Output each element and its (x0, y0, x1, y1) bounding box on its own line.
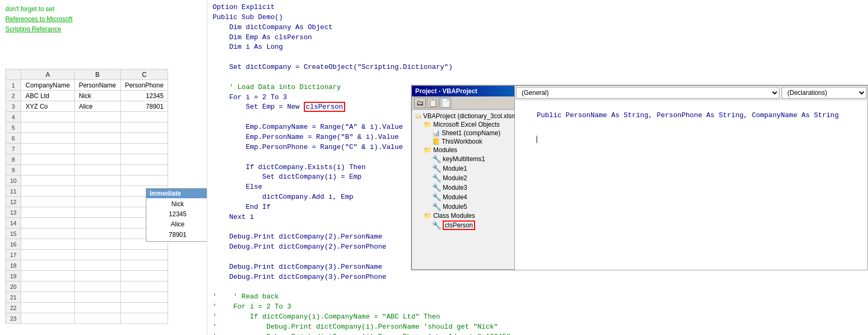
row-num: 15 (6, 228, 21, 239)
cell-a (21, 250, 74, 260)
code-line: Dim i As Long (213, 42, 509, 52)
cell-a: CompanyName (21, 80, 74, 91)
row-num: 7 (6, 144, 21, 154)
cell-c (120, 112, 168, 122)
cell-a (21, 207, 74, 218)
module-icon: 🔧 (432, 193, 441, 201)
cell-c (120, 271, 168, 281)
cell-b (74, 271, 120, 281)
row-num: 5 (6, 122, 21, 133)
cell-a (21, 122, 74, 133)
table-row: 6 (6, 133, 168, 144)
code-text: Set Emp = New (213, 103, 304, 111)
cell-b (74, 154, 120, 165)
cell-a (21, 281, 74, 292)
table-row: 1 CompanyName PersonName PersonPhone (6, 80, 168, 91)
code-line: Debug.Print dictCompany(3).PersonPhone (213, 272, 509, 283)
general-dropdown[interactable]: (General) (516, 87, 779, 99)
immediate-line: Alice (151, 219, 205, 230)
immediate-line: 12345 (151, 209, 205, 219)
spreadsheet: A B C 1 CompanyName PersonName PersonPho… (5, 69, 168, 324)
cell-b (74, 313, 120, 324)
code-line: Dim dictCompany As Object (213, 23, 509, 33)
module-icon: 🔧 (432, 202, 441, 211)
cell-a (21, 292, 74, 303)
note-area: don't forget to set References to Micros… (0, 0, 207, 39)
cell-a (21, 186, 74, 197)
cell-a (21, 144, 74, 154)
code-line: ' For i = 2 To 3 (213, 302, 509, 312)
cell-b: Alice (74, 101, 120, 112)
cls-person-code: clsPerson (304, 102, 345, 112)
note-line3: Scripting Referance (5, 24, 201, 34)
declarations-dropdown[interactable]: (Declarations) (782, 87, 866, 99)
cell-b (74, 281, 120, 292)
cell-c (120, 303, 168, 313)
module-icon: 🔧 (432, 164, 441, 173)
cell-b (74, 186, 120, 197)
code-line: ' ' Read back (213, 292, 509, 302)
cell-b: PersonName (74, 80, 120, 91)
row-num: 2 (6, 91, 21, 101)
immediate-window: Immediate Nick12345Alice78901 (146, 188, 209, 242)
cell-a (21, 197, 74, 207)
vba-root-label: VBAProject (dictionary_3col.xlsm) (423, 112, 519, 120)
row-num: 14 (6, 218, 21, 228)
row-num: 4 (6, 112, 21, 122)
tree-item-label: Class Modules (433, 212, 475, 219)
row-num: 11 (6, 186, 21, 197)
col-c-header: C (120, 69, 168, 80)
code-line (213, 73, 509, 83)
immediate-line: Nick (151, 199, 205, 209)
cell-b (74, 260, 120, 271)
row-num: 16 (6, 239, 21, 250)
note-line1: don't forget to set (5, 4, 201, 14)
row-num: 21 (6, 292, 21, 303)
workbook-icon: 📒 (432, 138, 440, 145)
table-row: 17 (6, 250, 168, 260)
table-row: 20 (6, 281, 168, 292)
immediate-header: Immediate (146, 189, 209, 198)
toolbar-btn-3[interactable]: 📄 (440, 98, 451, 108)
table-row: 14 (6, 218, 168, 228)
toolbar-btn-2[interactable]: 📋 (427, 98, 439, 108)
row-num: 13 (6, 207, 21, 218)
code-line: Dim Emp As clsPerson (213, 33, 509, 43)
cell-c (120, 250, 168, 260)
tree-item-label: ThisWorkbook (442, 138, 482, 145)
row-num: 6 (6, 133, 21, 144)
row-num: 22 (6, 303, 21, 313)
cell-c (120, 313, 168, 324)
cell-b (74, 144, 120, 154)
row-num: 3 (6, 101, 21, 112)
cell-b (74, 133, 120, 144)
cell-b (74, 250, 120, 260)
row-num: 23 (6, 313, 21, 324)
cell-a (21, 303, 74, 313)
cell-c: 78901 (120, 101, 168, 112)
code-line: Set dictCompany = CreateObject("Scriptin… (213, 63, 509, 73)
table-row: 12 (6, 197, 168, 207)
cls-person-tree: clsPerson (443, 221, 475, 230)
root-icon: 🗂 (415, 112, 422, 120)
toolbar-btn-1[interactable]: 🗂 (414, 98, 426, 108)
note-line3-text: Scripting Referance (5, 25, 61, 33)
table-row: 8 (6, 154, 168, 165)
cell-a (21, 271, 74, 281)
cell-c: PersonPhone (120, 80, 168, 91)
cell-a (21, 154, 74, 165)
cell-b (74, 303, 120, 313)
cell-a (21, 175, 74, 186)
tree-item-label: Module4 (443, 193, 467, 201)
folder-icon: 📁 (424, 121, 432, 128)
code-line: Public Sub Demo() (213, 13, 509, 23)
folder-icon: 📁 (424, 212, 432, 219)
module-icon: 🔧 (432, 183, 441, 192)
code-line: ' If dictCompany(i).CompanyName = "ABC L… (213, 312, 509, 322)
cell-b (74, 207, 120, 218)
cell-b (74, 112, 120, 122)
cell-b (74, 175, 120, 186)
table-row: 15 (6, 228, 168, 239)
tree-item-label: keyMultiItems1 (443, 155, 485, 163)
col-a-header: A (21, 69, 74, 80)
